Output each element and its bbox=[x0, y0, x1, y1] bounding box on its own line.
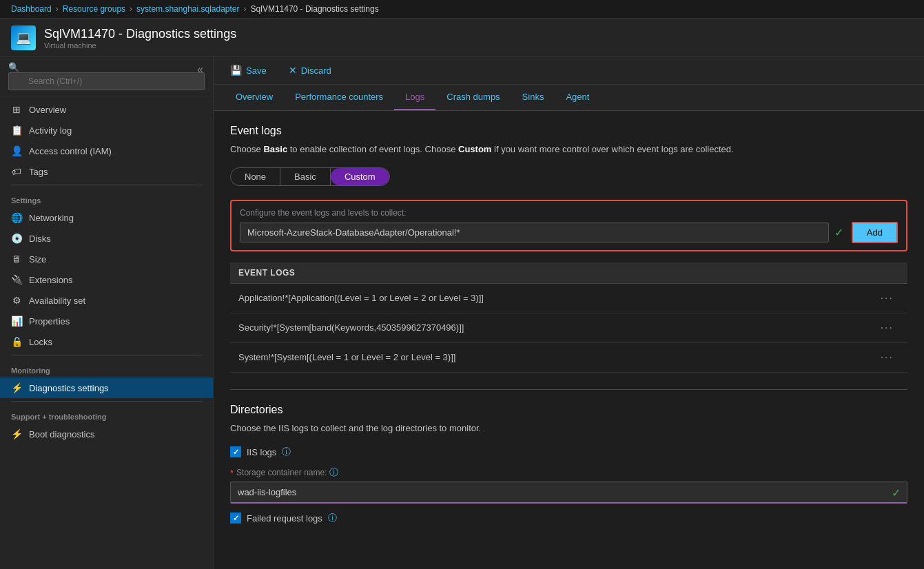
availability-icon: ⚙ bbox=[11, 295, 22, 306]
sidebar-item-disks[interactable]: 💿 Disks bbox=[0, 228, 213, 249]
sidebar-item-label: Disks bbox=[29, 234, 51, 244]
sidebar-item-label: Boot diagnostics bbox=[29, 429, 94, 439]
sidebar-item-tags[interactable]: 🏷 Tags bbox=[0, 161, 213, 182]
storage-check-icon: ✓ bbox=[892, 486, 901, 499]
toolbar: 💾 Save ✕ Discard bbox=[214, 56, 924, 85]
sidebar-item-overview[interactable]: ⊞ Overview bbox=[0, 99, 213, 120]
event-log-value: System!*[System[(Level = 1 or Level = 2 … bbox=[238, 352, 455, 362]
event-log-more-button-0[interactable]: ··· bbox=[875, 291, 899, 306]
failed-request-checkbox[interactable] bbox=[230, 513, 241, 524]
radio-none[interactable]: None bbox=[231, 168, 280, 185]
sidebar-item-label: Overview bbox=[29, 105, 66, 115]
storage-container-label: Storage container name: bbox=[236, 468, 327, 477]
iis-logs-checkbox[interactable] bbox=[230, 446, 241, 457]
storage-container-info-icon[interactable]: ⓘ bbox=[329, 466, 338, 479]
locks-icon: 🔒 bbox=[11, 336, 22, 347]
page-header: 💻 SqlVM11470 - Diagnostics settings Virt… bbox=[0, 19, 924, 56]
directories-description: Choose the IIS logs to collect and the l… bbox=[230, 422, 907, 435]
sidebar-item-activity-log[interactable]: 📋 Activity log bbox=[0, 120, 213, 141]
log-collection-radio-group: None Basic Custom bbox=[230, 167, 390, 186]
sidebar-item-boot-diagnostics[interactable]: ⚡ Boot diagnostics bbox=[0, 424, 213, 444]
sidebar-item-label: Availability set bbox=[29, 296, 85, 306]
sidebar: 🔍 « ⊞ Overview 📋 Activity log 👤 Access c… bbox=[0, 56, 214, 569]
sidebar-item-availability-set[interactable]: ⚙ Availability set bbox=[0, 290, 213, 311]
tab-agent[interactable]: Agent bbox=[555, 85, 600, 110]
input-label: Configure the event logs and levels to c… bbox=[240, 208, 898, 218]
tab-crash-dumps[interactable]: Crash dumps bbox=[435, 85, 511, 110]
directories-title: Directories bbox=[230, 404, 907, 416]
support-section-header: Support + troubleshooting bbox=[0, 404, 213, 424]
tabs-nav: Overview Performance counters Logs Crash… bbox=[214, 85, 924, 111]
event-log-value: Application!*[Application[(Level = 1 or … bbox=[238, 293, 484, 303]
event-logs-title: Event logs bbox=[230, 125, 907, 137]
sidebar-item-networking[interactable]: 🌐 Networking bbox=[0, 207, 213, 228]
save-button[interactable]: 💾 Save bbox=[225, 62, 272, 79]
failed-request-info-icon[interactable]: ⓘ bbox=[328, 512, 337, 524]
discard-button[interactable]: ✕ Discard bbox=[283, 62, 337, 79]
iis-logs-label: IIS logs bbox=[247, 447, 276, 457]
input-check-icon: ✓ bbox=[834, 226, 843, 239]
sidebar-item-label: Access control (IAM) bbox=[29, 146, 112, 156]
page-content-area: Event logs Choose Basic to enable collec… bbox=[214, 111, 924, 569]
properties-icon: 📊 bbox=[11, 315, 22, 327]
sidebar-item-label: Extensions bbox=[29, 275, 73, 285]
sidebar-collapse-button[interactable]: « bbox=[193, 62, 207, 77]
search-icon: 🔍 bbox=[8, 62, 19, 72]
sidebar-item-size[interactable]: 🖥 Size bbox=[0, 249, 213, 269]
add-event-log-button[interactable]: Add bbox=[852, 222, 898, 243]
sidebar-item-label: Networking bbox=[29, 213, 74, 223]
save-icon: 💾 bbox=[230, 65, 242, 76]
main-content: 💾 Save ✕ Discard Overview Performance co… bbox=[214, 56, 924, 569]
radio-custom[interactable]: Custom bbox=[331, 168, 389, 185]
iis-logs-info-icon[interactable]: ⓘ bbox=[282, 446, 291, 458]
event-log-more-button-1[interactable]: ··· bbox=[875, 320, 899, 335]
storage-container-field: * Storage container name: ⓘ ✓ bbox=[230, 466, 907, 504]
sidebar-item-label: Size bbox=[29, 254, 46, 265]
search-input[interactable] bbox=[8, 72, 205, 90]
event-log-input-section: Configure the event logs and levels to c… bbox=[230, 200, 907, 251]
sidebar-item-extensions[interactable]: 🔌 Extensions bbox=[0, 269, 213, 290]
radio-basic[interactable]: Basic bbox=[280, 168, 331, 185]
table-row: Application!*[Application[(Level = 1 or … bbox=[230, 284, 907, 313]
event-logs-table-header: EVENT LOGS bbox=[230, 262, 907, 284]
event-log-value: Security!*[System[band(Keywords,45035996… bbox=[238, 322, 464, 333]
tab-overview[interactable]: Overview bbox=[225, 85, 284, 110]
tab-performance-counters[interactable]: Performance counters bbox=[284, 85, 394, 110]
sidebar-item-iam[interactable]: 👤 Access control (IAM) bbox=[0, 141, 213, 161]
breadcrumb-dashboard[interactable]: Dashboard bbox=[11, 4, 52, 14]
event-log-input[interactable] bbox=[240, 223, 829, 242]
sidebar-item-diagnostics[interactable]: ⚡ Diagnostics settings bbox=[0, 377, 213, 398]
activity-log-icon: 📋 bbox=[11, 125, 22, 136]
storage-container-input[interactable] bbox=[230, 482, 907, 504]
breadcrumb-current: SqlVM11470 - Diagnostics settings bbox=[251, 4, 379, 14]
tab-sinks[interactable]: Sinks bbox=[511, 85, 555, 110]
monitoring-section-header: Monitoring bbox=[0, 358, 213, 377]
resource-icon: 💻 bbox=[11, 25, 36, 50]
failed-request-row: Failed request logs ⓘ bbox=[230, 512, 907, 524]
extensions-icon: 🔌 bbox=[11, 274, 22, 285]
sidebar-item-label: Properties bbox=[29, 316, 70, 327]
iis-logs-row: IIS logs ⓘ bbox=[230, 446, 907, 458]
section-divider bbox=[230, 389, 907, 390]
event-logs-table: EVENT LOGS Application!*[Application[(Le… bbox=[230, 262, 907, 373]
iam-icon: 👤 bbox=[11, 145, 22, 156]
sidebar-item-locks[interactable]: 🔒 Locks bbox=[0, 331, 213, 352]
sidebar-item-label: Locks bbox=[29, 337, 52, 347]
event-log-more-button-2[interactable]: ··· bbox=[875, 350, 899, 365]
sidebar-item-label: Activity log bbox=[29, 125, 72, 136]
failed-request-label: Failed request logs bbox=[247, 513, 322, 524]
size-icon: 🖥 bbox=[11, 254, 22, 265]
overview-icon: ⊞ bbox=[11, 104, 22, 115]
sidebar-item-label: Diagnostics settings bbox=[29, 383, 109, 393]
boot-diag-icon: ⚡ bbox=[11, 428, 22, 439]
breadcrumb-resource-groups[interactable]: Resource groups bbox=[63, 4, 125, 14]
sidebar-item-properties[interactable]: 📊 Properties bbox=[0, 311, 213, 331]
diagnostics-icon: ⚡ bbox=[11, 382, 22, 393]
breadcrumb: Dashboard › Resource groups › system.sha… bbox=[0, 0, 924, 19]
sidebar-nav: ⊞ Overview 📋 Activity log 👤 Access contr… bbox=[0, 96, 213, 569]
breadcrumb-resource[interactable]: system.shanghai.sqladapter bbox=[136, 4, 239, 14]
tab-logs[interactable]: Logs bbox=[394, 85, 435, 110]
disks-icon: 💿 bbox=[11, 233, 22, 244]
tags-icon: 🏷 bbox=[11, 166, 22, 177]
page-subtitle: Virtual machine bbox=[44, 41, 236, 50]
